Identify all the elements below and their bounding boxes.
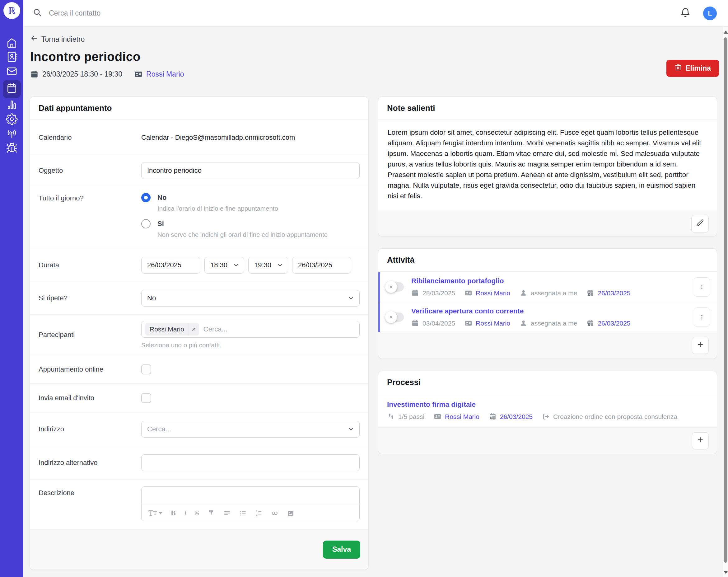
sidebar-nav — [2, 36, 21, 156]
activity-contact[interactable]: Rossi Mario — [465, 289, 510, 297]
activity-accent-bar — [378, 302, 380, 332]
broadcast-icon — [6, 128, 18, 141]
app-logo[interactable]: ℝ — [3, 2, 20, 19]
process-title-link[interactable]: Investimento firma digitale — [387, 401, 708, 409]
sidebar-item-stats[interactable] — [2, 99, 21, 113]
calendar-icon — [30, 70, 38, 78]
back-link[interactable]: Torna indietro — [30, 34, 85, 44]
delete-button[interactable]: Elimina — [667, 60, 719, 77]
activities-title: Attività — [378, 249, 717, 272]
editor-toolbar: TT B I S 12 — [141, 505, 359, 521]
radio-unselected-icon[interactable] — [141, 219, 151, 228]
image-button[interactable] — [287, 509, 294, 517]
end-time-select[interactable]: 19:30 — [248, 257, 288, 274]
pencil-icon — [696, 219, 704, 228]
chip-remove-icon[interactable] — [188, 323, 199, 335]
process-row: Investimento firma digitale 1/5 passi Ro… — [378, 394, 717, 427]
partecipanti-input[interactable]: Rossi Mario Cerca... — [141, 321, 360, 338]
appointment-datetime: 26/03/2025 18:30 - 19:30 — [30, 70, 122, 78]
activity-complete-toggle[interactable] — [386, 282, 404, 292]
field-invia-email: Invia email d'invito — [30, 383, 368, 412]
sidebar-item-broadcast[interactable] — [2, 127, 21, 142]
allday-no-help: Indica l'orario di inizio e fine appunta… — [157, 205, 360, 212]
user-avatar[interactable]: L — [703, 6, 717, 20]
process-steps: 1/5 passi — [387, 413, 424, 421]
stats-icon — [6, 99, 18, 112]
plus-icon — [697, 436, 704, 445]
format-paint-button[interactable] — [208, 509, 215, 517]
process-due-date[interactable]: 26/03/2025 — [489, 413, 532, 421]
sidebar-item-debug[interactable] — [2, 142, 21, 156]
activity-due-date[interactable]: 26/03/2025 — [587, 319, 630, 327]
link-button[interactable] — [271, 509, 279, 517]
bold-button[interactable]: B — [171, 509, 176, 517]
sidebar-item-mail[interactable] — [2, 65, 21, 79]
contact-card-icon — [465, 319, 472, 327]
notes-text: Lorem ipsum dolor sit amet, consectetur … — [378, 120, 717, 211]
sidebar-item-settings[interactable] — [2, 113, 21, 127]
activity-contact[interactable]: Rossi Mario — [465, 319, 510, 327]
activity-title-link[interactable]: Ribilanciamento portafoglio — [411, 277, 694, 285]
end-date-input[interactable] — [292, 257, 351, 274]
sidebar-item-home[interactable] — [2, 36, 21, 51]
start-date-input[interactable] — [141, 257, 200, 274]
activity-title-link[interactable]: Verificare apertura conto corrente — [411, 307, 694, 315]
kebab-icon — [699, 283, 705, 291]
align-button[interactable] — [224, 509, 231, 517]
form-section-title: Dati appuntamento — [30, 97, 368, 120]
save-button[interactable]: Salva — [323, 541, 360, 559]
sidebar-item-calendar[interactable] — [3, 80, 21, 98]
start-time-select[interactable]: 18:30 — [204, 257, 244, 274]
field-calendario: Calendario Calendar - DiegoS@masomilladp… — [30, 120, 368, 155]
page-title: Incontro periodico — [30, 50, 723, 64]
vertical-scrollbar[interactable] — [723, 27, 728, 577]
invia-email-checkbox[interactable] — [141, 393, 151, 403]
italic-button[interactable]: I — [184, 509, 187, 517]
add-activity-button[interactable] — [692, 337, 709, 354]
descrizione-editor[interactable] — [141, 487, 359, 505]
bulleted-list-button[interactable] — [239, 509, 247, 517]
allday-option-si[interactable]: Si — [141, 219, 360, 228]
allday-option-no[interactable]: No — [141, 193, 360, 202]
appointment-contact[interactable]: Rossi Mario — [134, 70, 184, 78]
contact-link[interactable]: Rossi Mario — [146, 70, 184, 78]
activity-row: Ribilanciamento portafoglio 28/03/2025 R… — [378, 272, 717, 302]
field-oggetto: Oggetto — [30, 155, 368, 186]
numbered-list-button[interactable]: 12 — [255, 509, 263, 517]
contact-card-icon — [134, 70, 142, 78]
search-input[interactable] — [49, 9, 267, 18]
person-icon — [520, 319, 527, 327]
scrollbar-thumb[interactable] — [724, 37, 727, 563]
scroll-up-arrow[interactable] — [724, 30, 728, 33]
indirizzo-alternativo-input[interactable] — [141, 454, 360, 471]
activity-complete-toggle[interactable] — [386, 312, 404, 322]
add-process-button[interactable] — [692, 432, 709, 449]
activity-menu-button[interactable] — [694, 277, 710, 297]
field-durata: Durata 18:30 19:30 — [30, 248, 368, 282]
radio-selected-icon[interactable] — [141, 193, 151, 202]
notifications-bell-icon[interactable] — [680, 7, 691, 20]
activity-row: Verificare apertura conto corrente 03/04… — [378, 302, 717, 332]
si-ripete-select[interactable]: No — [141, 290, 360, 306]
activity-due-date[interactable]: 26/03/2025 — [587, 289, 630, 297]
scroll-down-arrow[interactable] — [724, 571, 728, 574]
processes-card: Processi Investimento firma digitale 1/5… — [378, 371, 717, 454]
trash-icon — [675, 64, 682, 73]
activity-menu-button[interactable] — [694, 307, 710, 327]
plus-icon — [697, 341, 704, 350]
field-label: Calendario — [38, 133, 141, 142]
edit-notes-button[interactable] — [691, 215, 709, 232]
field-label: Partecipanti — [38, 331, 141, 339]
calendar-icon — [6, 82, 18, 96]
indirizzo-select[interactable]: Cerca... — [141, 421, 360, 437]
toggle-knob — [385, 281, 397, 293]
field-label: Oggetto — [38, 167, 141, 175]
field-label: Descrizione — [38, 480, 141, 497]
process-contact[interactable]: Rossi Mario — [434, 413, 479, 421]
appuntamento-online-checkbox[interactable] — [141, 365, 151, 374]
sidebar-item-contacts[interactable] — [2, 51, 21, 65]
strikethrough-button[interactable]: S — [195, 509, 199, 517]
oggetto-input[interactable] — [141, 162, 360, 179]
notes-title: Note salienti — [378, 97, 717, 120]
text-style-button[interactable]: TT — [148, 509, 162, 518]
